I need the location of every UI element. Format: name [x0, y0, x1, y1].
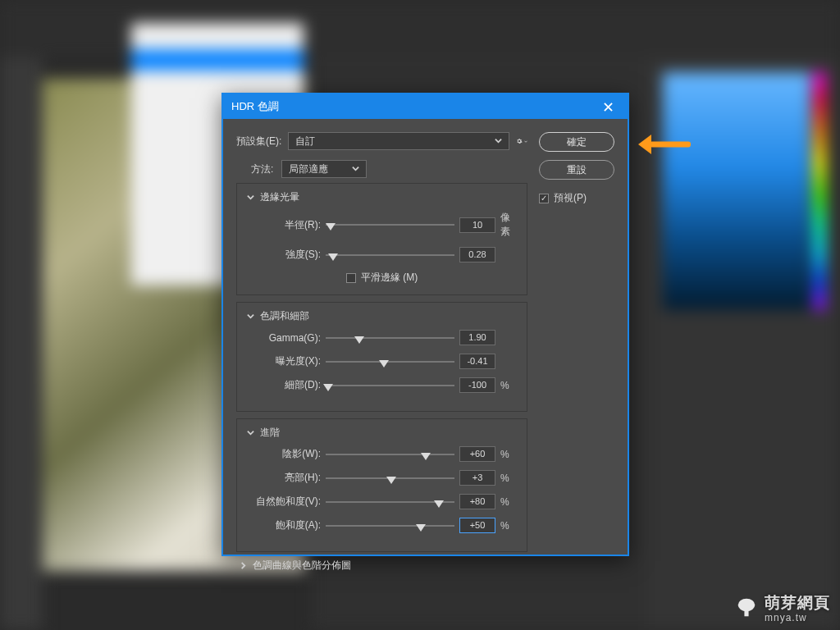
chevron-down-icon	[245, 193, 255, 203]
gamma-slider[interactable]	[326, 332, 454, 344]
section-title: 邊緣光暈	[260, 190, 299, 204]
chevron-right-icon	[238, 561, 248, 571]
highlight-unit: %	[500, 472, 518, 484]
section-title: 進階	[260, 426, 280, 440]
detail-slider[interactable]	[326, 380, 454, 391]
radius-input[interactable]: 10	[459, 217, 495, 233]
exposure-input[interactable]: -0.41	[459, 354, 495, 369]
saturation-slider[interactable]	[326, 520, 454, 532]
ok-button[interactable]: 確定	[539, 132, 614, 152]
exposure-slider[interactable]	[326, 356, 454, 368]
preview-checkbox[interactable]	[539, 194, 549, 203]
highlight-label: 亮部(H):	[245, 471, 321, 485]
method-select[interactable]: 局部適應	[281, 160, 367, 178]
method-label: 方法:	[251, 162, 273, 176]
radius-slider[interactable]	[326, 219, 454, 231]
chevron-down-icon	[245, 312, 255, 322]
watermark: 萌芽網頁 mnya.tw	[735, 592, 830, 623]
smooth-edges-label: 平滑邊緣 (M)	[361, 271, 418, 285]
shadow-input[interactable]: +60	[459, 446, 495, 462]
preview-label: 預視(P)	[554, 191, 587, 205]
radius-label: 半徑(R):	[245, 218, 321, 232]
watermark-line2: mnya.tw	[765, 612, 830, 623]
dialog-titlebar[interactable]: HDR 色調	[223, 94, 628, 119]
chevron-down-icon	[352, 163, 359, 175]
dialog-title: HDR 色調	[231, 99, 279, 114]
chevron-down-icon	[245, 428, 255, 438]
method-value: 局部適應	[289, 162, 328, 176]
vibrance-unit: %	[500, 496, 518, 508]
shadow-slider[interactable]	[326, 449, 454, 460]
saturation-input[interactable]: +50	[459, 518, 495, 533]
section-edge-glow: 邊緣光暈 半徑(R): 10 像素 強度(S): 0.28 平滑邊緣 (M)	[236, 183, 527, 295]
highlight-input[interactable]: +3	[459, 470, 495, 486]
section-toggle-curve[interactable]: 色調曲線與色階分佈圖	[238, 559, 527, 573]
highlight-slider[interactable]	[326, 472, 454, 484]
section-tone-detail: 色調和細部 Gamma(G): 1.90 曝光度(X): -0.41 細部(D)…	[236, 302, 527, 412]
section-toggle-edge-glow[interactable]: 邊緣光暈	[245, 190, 518, 204]
smooth-edges-checkbox[interactable]	[346, 273, 356, 283]
preset-label: 預設集(E):	[236, 135, 281, 148]
svg-rect-1	[744, 608, 748, 616]
chevron-down-icon	[495, 135, 502, 147]
detail-label: 細部(D):	[245, 378, 321, 392]
detail-unit: %	[500, 380, 518, 391]
close-icon[interactable]	[596, 103, 619, 112]
shadow-unit: %	[500, 449, 518, 460]
vibrance-label: 自然飽和度(V):	[245, 495, 321, 509]
section-title: 色調曲線與色階分佈圖	[253, 559, 351, 573]
section-toggle-advanced[interactable]: 進階	[245, 426, 518, 440]
preset-menu-button[interactable]	[516, 135, 527, 147]
preset-select[interactable]: 自訂	[288, 132, 509, 150]
radius-unit: 像素	[500, 211, 518, 239]
preset-value: 自訂	[295, 135, 315, 148]
gamma-input[interactable]: 1.90	[459, 330, 495, 345]
exposure-label: 曝光度(X):	[245, 354, 321, 368]
shadow-label: 陰影(W):	[245, 447, 321, 461]
strength-label: 強度(S):	[245, 248, 321, 262]
reset-button[interactable]: 重設	[539, 160, 614, 180]
gamma-label: Gamma(G):	[245, 332, 321, 344]
vibrance-input[interactable]: +80	[459, 494, 495, 509]
watermark-line1: 萌芽網頁	[765, 592, 830, 614]
detail-input[interactable]: -100	[459, 377, 495, 393]
saturation-label: 飽和度(A):	[245, 518, 321, 532]
vibrance-slider[interactable]	[326, 496, 454, 508]
strength-input[interactable]: 0.28	[459, 247, 495, 262]
section-title: 色調和細部	[260, 309, 309, 323]
strength-slider[interactable]	[326, 249, 454, 261]
hdr-toning-dialog: HDR 色調 預設集(E): 自訂 方法:	[221, 93, 629, 556]
section-toggle-tone-detail[interactable]: 色調和細部	[245, 309, 518, 323]
section-advanced: 進階 陰影(W): +60 % 亮部(H): +3 % 自然飽和度(V):	[236, 418, 527, 552]
saturation-unit: %	[500, 520, 518, 532]
tree-icon	[735, 598, 758, 618]
